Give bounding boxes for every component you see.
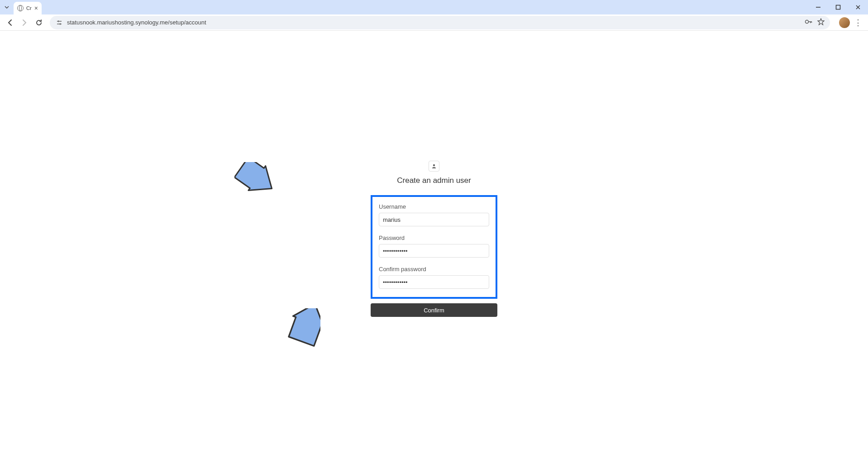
- browser-tab-bar: Cre ×: [0, 0, 868, 14]
- svg-point-2: [806, 20, 809, 24]
- window-minimize-button[interactable]: [808, 0, 828, 14]
- confirm-password-group: Confirm password: [379, 266, 489, 289]
- tab-search-dropdown[interactable]: [3, 3, 11, 11]
- window-controls: [808, 0, 868, 14]
- back-button[interactable]: [4, 16, 16, 29]
- browser-toolbar: statusnook.mariushosting.synology.me/set…: [0, 14, 868, 31]
- user-icon: [429, 161, 439, 172]
- tab-title: Cre: [26, 5, 32, 11]
- username-label: Username: [379, 203, 489, 210]
- password-group: Password: [379, 234, 489, 258]
- confirm-button[interactable]: Confirm: [371, 303, 497, 317]
- password-input[interactable]: [379, 244, 489, 258]
- tab-close-icon[interactable]: ×: [34, 5, 38, 12]
- annotation-arrow-to-button-icon: [284, 308, 320, 354]
- annotation-arrow-to-form-icon: [234, 162, 277, 194]
- bookmark-star-icon[interactable]: [817, 18, 825, 27]
- form-highlight-box: Username Password Confirm password: [371, 195, 497, 299]
- site-settings-icon[interactable]: [55, 19, 63, 27]
- tab-favicon-globe-icon: [17, 5, 24, 11]
- username-input[interactable]: [379, 213, 489, 226]
- forward-button[interactable]: [18, 16, 31, 29]
- password-label: Password: [379, 234, 489, 241]
- confirm-password-label: Confirm password: [379, 266, 489, 273]
- reload-button[interactable]: [33, 16, 45, 29]
- address-bar[interactable]: statusnook.mariushosting.synology.me/set…: [50, 16, 830, 29]
- url-text: statusnook.mariushosting.synology.me/set…: [67, 19, 801, 26]
- setup-form-container: Create an admin user Username Password C…: [371, 161, 497, 317]
- menu-button[interactable]: ⋮: [852, 16, 864, 29]
- password-key-icon[interactable]: [805, 19, 813, 26]
- svg-rect-1: [836, 5, 840, 10]
- page-title: Create an admin user: [371, 176, 497, 185]
- username-group: Username: [379, 203, 489, 226]
- window-maximize-button[interactable]: [828, 0, 848, 14]
- profile-avatar[interactable]: [839, 17, 850, 28]
- page-content: Create an admin user Username Password C…: [0, 31, 868, 464]
- svg-point-3: [433, 164, 435, 166]
- window-close-button[interactable]: [848, 0, 868, 14]
- confirm-password-input[interactable]: [379, 275, 489, 289]
- browser-tab[interactable]: Cre ×: [14, 2, 42, 14]
